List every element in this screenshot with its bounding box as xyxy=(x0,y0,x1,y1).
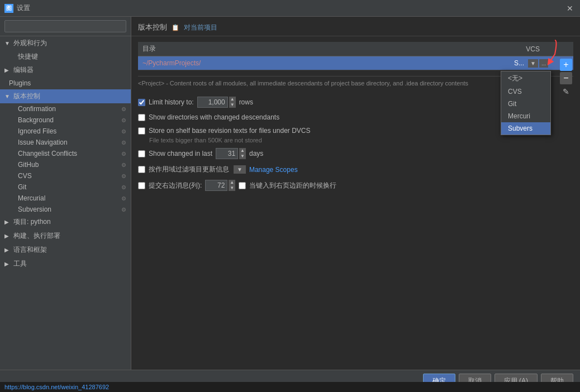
title-bar: 图 设置 ✕ xyxy=(0,0,580,17)
sidebar-item-git[interactable]: Git ⚙ xyxy=(0,181,131,193)
vcs-dropdown: <无> CVS Git Mercuri Subvers xyxy=(501,71,551,135)
dropdown-item-mercurial[interactable]: Mercuri xyxy=(501,110,550,122)
commit-col-checkbox[interactable] xyxy=(138,182,145,189)
commit-wrap-checkbox[interactable] xyxy=(239,182,246,189)
window-title: 设置 xyxy=(17,3,30,13)
limit-history-spinner: ▲ ▼ xyxy=(197,97,236,108)
edit-row-button[interactable]: ✎ xyxy=(560,85,572,98)
search-box xyxy=(0,17,131,36)
expand-arrow: ▶ xyxy=(4,261,11,267)
sidebar-label: 外观和行为 xyxy=(13,39,47,48)
sidebar-item-vcs[interactable]: ▼ 版本控制 xyxy=(0,89,131,103)
content-body: 目录 VCS ~/PycharmProjects/ S... ▼ ... xyxy=(131,36,580,370)
dropdown-item-git[interactable]: Git xyxy=(501,98,550,110)
sidebar-item-project-python[interactable]: ▶ 项目: python xyxy=(0,215,131,229)
show-dirs-checkbox[interactable] xyxy=(138,114,145,121)
spinner-arrows3: ▲ ▼ xyxy=(229,180,235,190)
settings-icon: ⚙ xyxy=(121,207,126,213)
commit-col-label1: 提交右边消息(列): xyxy=(149,181,202,190)
sidebar-item-changelist-conflicts[interactable]: Changelist Conflicts ⚙ xyxy=(0,148,131,159)
sidebar-item-cvs[interactable]: CVS ⚙ xyxy=(0,170,131,181)
sidebar-item-ignored-files[interactable]: Ignored Files ⚙ xyxy=(0,126,131,137)
commit-col-spinner: ▲ ▼ xyxy=(205,180,235,191)
dir-cell: ~/PycharmProjects/ xyxy=(138,56,506,70)
sidebar-item-github[interactable]: GitHub ⚙ xyxy=(0,159,131,170)
sidebar-item-editor[interactable]: ▶ 编辑器 xyxy=(0,63,131,77)
sidebar-label: Confirmation xyxy=(18,105,56,113)
sidebar-item-tools[interactable]: ▶ 工具 xyxy=(0,257,131,271)
spinner-arrows2: ▲ ▼ xyxy=(239,148,246,159)
sidebar-item-languages[interactable]: ▶ 语言和框架 xyxy=(0,243,131,257)
show-changed-label1: Show changed in last xyxy=(149,150,212,157)
scope-filter-checkbox[interactable] xyxy=(138,166,145,173)
show-changed-checkbox[interactable] xyxy=(138,150,145,157)
sidebar-label: 项目: python xyxy=(13,217,51,227)
limit-history-input[interactable] xyxy=(197,97,228,108)
option-file-note: File texts bigger than 500K are not stor… xyxy=(138,137,573,144)
sidebar-item-appearance[interactable]: ▼ 外观和行为 xyxy=(0,36,131,50)
spinner-up2[interactable]: ▲ xyxy=(239,148,246,154)
sidebar-item-issue-navigation[interactable]: Issue Navigation ⚙ xyxy=(0,137,131,148)
expand-arrow: ▶ xyxy=(4,233,11,239)
dropdown-item-subversion[interactable]: Subvers xyxy=(501,122,550,135)
store-texts-checkbox[interactable] xyxy=(138,127,145,135)
sidebar-item-plugins[interactable]: Plugins xyxy=(0,77,131,89)
option-show-changed: Show changed in last ▲ ▼ days xyxy=(138,148,573,159)
table-actions: + − ✎ xyxy=(560,59,572,98)
sidebar-label: Mercurial xyxy=(18,194,45,202)
vcs-value: S... xyxy=(511,59,527,68)
spinner-up3[interactable]: ▲ xyxy=(229,180,235,185)
sidebar-item-mercurial[interactable]: Mercurial ⚙ xyxy=(0,193,131,204)
expand-arrow: ▶ xyxy=(4,247,11,253)
col-header-dir: 目录 xyxy=(138,42,506,56)
spinner-down2[interactable]: ▼ xyxy=(239,154,246,159)
search-input[interactable] xyxy=(4,20,126,32)
spinner-down3[interactable]: ▼ xyxy=(229,185,235,191)
dropdown-item-cvs[interactable]: CVS xyxy=(501,85,550,98)
close-button[interactable]: ✕ xyxy=(564,3,576,14)
add-row-button[interactable]: + xyxy=(560,59,572,71)
sidebar-label: Ignored Files xyxy=(18,127,56,135)
sidebar-item-confirmation[interactable]: Confirmation ⚙ xyxy=(0,103,131,114)
sidebar-item-subversion[interactable]: Subversion ⚙ xyxy=(0,204,131,215)
subtitle-icon: 📋 xyxy=(172,24,179,31)
settings-icon: ⚙ xyxy=(121,195,126,202)
col-header-vcs: VCS xyxy=(506,42,573,56)
sidebar-item-keymap[interactable]: 快捷键 xyxy=(0,50,131,63)
settings-icon: ⚙ xyxy=(121,184,126,190)
show-changed-input[interactable] xyxy=(216,148,238,159)
settings-icon: ⚙ xyxy=(121,162,126,168)
commit-col-label2: 当键入到右页边距的时候换行 xyxy=(249,181,336,190)
sidebar-label: 快捷键 xyxy=(18,52,38,61)
manage-scopes-link[interactable]: Manage Scopes xyxy=(249,166,298,174)
limit-history-checkbox[interactable] xyxy=(138,99,145,106)
option-commit-col: 提交右边消息(列): ▲ ▼ 当键入到右页边距的时候换行 xyxy=(138,180,573,191)
app-icon: 图 xyxy=(4,4,13,13)
main-layout: ▼ 外观和行为 快捷键 ▶ 编辑器 Plugins ▼ 版本控制 Confirm… xyxy=(0,17,580,370)
vcs-table-wrapper: 目录 VCS ~/PycharmProjects/ S... ▼ ... xyxy=(138,42,573,70)
status-url: https://blog.csdn.net/weixin_41287692 xyxy=(4,384,109,390)
content-subtitle: 对当前项目 xyxy=(184,23,217,32)
sidebar-item-build-exec[interactable]: ▶ 构建、执行部署 xyxy=(0,229,131,243)
remove-row-button[interactable]: − xyxy=(560,72,572,84)
spinner-down[interactable]: ▼ xyxy=(229,102,236,108)
option-scope-filter: 按作用域过滤项目更新信息 ▼ Manage Scopes xyxy=(138,165,573,174)
expand-arrow: ▼ xyxy=(4,40,11,46)
store-texts-label: Store on shelf base revision texts for f… xyxy=(149,127,310,135)
commit-col-input[interactable] xyxy=(205,180,227,191)
sidebar-label: 版本控制 xyxy=(13,92,40,101)
spinner-up[interactable]: ▲ xyxy=(229,97,236,102)
show-dirs-label: Show directories with changed descendant… xyxy=(149,113,279,121)
vcs-dots-btn[interactable]: ... xyxy=(539,59,548,68)
dropdown-item-none[interactable]: <无> xyxy=(501,71,550,85)
sidebar-label: GitHub xyxy=(18,161,39,169)
sidebar-label: Background xyxy=(18,116,54,124)
table-row[interactable]: ~/PycharmProjects/ S... ▼ ... xyxy=(138,56,573,70)
expand-arrow: ▶ xyxy=(4,219,11,225)
vcs-dropdown-btn[interactable]: ▼ xyxy=(528,59,538,68)
sidebar-label: 构建、执行部署 xyxy=(13,231,60,241)
sidebar: ▼ 外观和行为 快捷键 ▶ 编辑器 Plugins ▼ 版本控制 Confirm… xyxy=(0,17,131,370)
sidebar-label: Git xyxy=(18,183,26,191)
sidebar-item-background[interactable]: Background ⚙ xyxy=(0,114,131,126)
scope-dropdown-btn[interactable]: ▼ xyxy=(234,165,246,174)
